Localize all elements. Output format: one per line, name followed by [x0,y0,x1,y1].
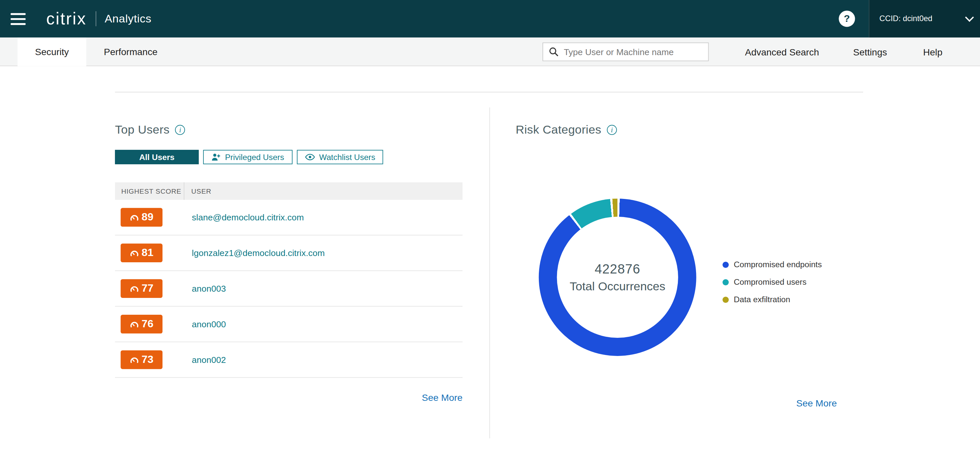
user-link[interactable]: anon002 [192,355,226,364]
score-value: 77 [142,282,154,295]
risk-gauge-icon [130,285,139,292]
table-row: 89 slane@democloud.citrix.com [115,200,462,236]
user-link[interactable]: anon000 [192,319,226,329]
panel-divider [489,108,490,439]
filter-privileged-users[interactable]: Privileged Users [203,150,292,164]
legend-label: Compromised users [734,277,806,286]
total-occurrences-label: Total Occurrences [570,279,665,293]
legend-label: Data exfiltration [734,295,790,304]
search-icon [549,47,559,57]
hamburger-menu-icon[interactable] [0,0,36,38]
risk-categories-see-more-link[interactable]: See More [796,398,837,409]
score-cell: 76 [115,315,192,334]
user-link[interactable]: anon003 [192,284,226,293]
score-cell: 89 [115,208,192,227]
help-link[interactable]: Help [923,38,942,66]
chevron-down-icon [965,13,974,22]
ccid-label: CCID: dcint0ed [879,14,959,24]
advanced-search-link[interactable]: Advanced Search [745,38,819,66]
search-box[interactable] [542,43,709,61]
table-row: 76 anon000 [115,306,462,342]
risk-categories-footer: See More [722,398,837,409]
top-users-title: Top Users [115,123,169,137]
risk-categories-title: Risk Categories [516,123,601,137]
info-icon[interactable]: i [607,125,617,135]
risk-legend: Compromised endpoints Compromised users … [722,260,822,304]
legend-item: Compromised endpoints [722,260,822,269]
settings-link[interactable]: Settings [853,38,887,66]
legend-dot [722,279,729,285]
help-glyph: ? [844,13,850,24]
account-selector[interactable]: CCID: dcint0ed [869,0,980,38]
user-link[interactable]: slane@democloud.citrix.com [192,212,304,222]
app-title: Analytics [105,12,151,25]
donut-center-label: 422876 Total Occurrences [539,199,696,356]
score-cell: 73 [115,350,192,369]
risk-gauge-icon [130,249,139,256]
logo-divider [95,11,96,26]
header-highest-score: HIGHEST SCORE [115,182,184,200]
top-users-footer: See More [115,392,462,404]
risk-gauge-icon [130,356,139,363]
table-row: 81 lgonzalez1@democloud.citrix.com [115,236,462,271]
help-icon[interactable]: ? [839,11,855,27]
risk-score-badge: 77 [121,279,162,298]
tab-security[interactable]: Security [18,38,86,66]
watchlist-eye-icon [305,154,315,161]
search-input[interactable] [564,47,702,57]
legend-dot [722,296,729,303]
legend-item: Compromised users [722,277,822,286]
filter-all-users[interactable]: All Users [115,150,199,164]
score-value: 73 [142,353,154,366]
info-glyph: i [611,126,613,134]
citrix-logo: citrix [46,9,86,29]
app: citrix Analytics ? CCID: dcint0ed Securi… [0,0,980,450]
risk-gauge-icon [130,214,139,221]
table-row: 77 anon003 [115,271,462,307]
top-users-title-row: Top Users i [115,123,185,137]
info-icon[interactable]: i [175,125,185,135]
filter-watchlist-users-label: Watchlist Users [319,152,375,162]
risk-score-badge: 76 [121,315,162,334]
legend-label: Compromised endpoints [734,260,822,269]
score-value: 89 [142,211,154,224]
table-header-row: HIGHEST SCORE USER [115,182,462,200]
header-user: USER [184,187,211,195]
total-occurrences-value: 422876 [595,261,640,276]
legend-item: Data exfiltration [722,295,822,304]
score-value: 81 [142,247,154,259]
top-bar: citrix Analytics ? CCID: dcint0ed [0,0,980,38]
info-glyph: i [179,126,181,134]
legend-dot [722,261,729,268]
top-users-see-more-link[interactable]: See More [422,392,463,403]
top-users-table: HIGHEST SCORE USER 89 slane@democloud.ci… [115,182,462,378]
user-link[interactable]: lgonzalez1@democloud.citrix.com [192,248,325,258]
nav-bar: Security Performance Advanced Search Set… [0,38,980,66]
filter-privileged-users-label: Privileged Users [225,152,284,162]
risk-gauge-icon [130,321,139,328]
privileged-user-icon [211,152,221,162]
content-top-divider [115,92,863,92]
table-row: 73 anon002 [115,342,462,378]
risk-score-badge: 89 [121,208,162,227]
risk-categories-title-row: Risk Categories i [516,123,617,137]
risk-score-badge: 81 [121,244,162,262]
score-cell: 77 [115,279,192,298]
tab-performance[interactable]: Performance [86,38,175,66]
score-value: 76 [142,318,154,330]
score-cell: 81 [115,244,192,262]
filter-watchlist-users[interactable]: Watchlist Users [296,150,383,164]
risk-score-badge: 73 [121,350,162,369]
user-filter-group: All Users Privileged Users Watchlist Use… [115,150,383,164]
